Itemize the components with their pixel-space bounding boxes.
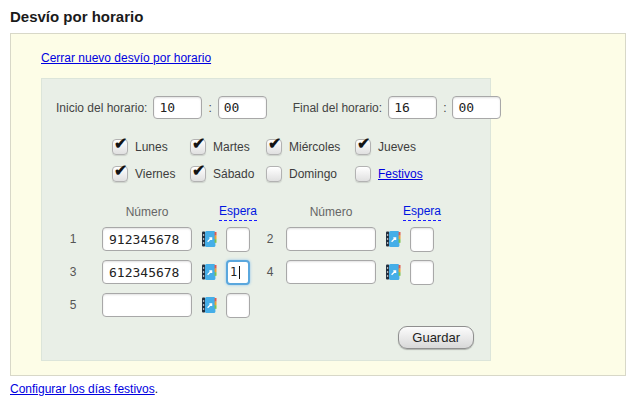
espera-box-4: [410, 260, 434, 285]
row-index: 1: [56, 232, 90, 246]
espera-input-1[interactable]: [226, 227, 250, 252]
day-cell-festivos: Festivos: [355, 166, 423, 182]
address-book-glyph: [386, 264, 401, 280]
numbers-section: Número Espera Número Espera 1: [56, 205, 434, 326]
day-label: Viernes: [135, 167, 175, 181]
espera-box-2: [410, 227, 434, 252]
espera-input-2[interactable]: [410, 227, 434, 252]
phonebook-icon[interactable]: [202, 297, 217, 313]
number-input-5[interactable]: [102, 293, 192, 317]
page-title: Desvío por horario: [10, 8, 143, 25]
row-index: 3: [56, 265, 90, 279]
configure-holidays-link[interactable]: Configurar los días festivos: [10, 382, 155, 396]
espera-header-link[interactable]: Espera: [403, 204, 441, 221]
espera-box-3: [226, 260, 250, 285]
day-label: Domingo: [289, 167, 337, 181]
checkbox-jueves[interactable]: [355, 139, 371, 155]
day-cell-lunes: Lunes: [112, 139, 190, 155]
phonebook-icon[interactable]: [386, 231, 401, 247]
day-cell-miercoles: Miércoles: [266, 139, 355, 155]
number-row-3-4: 3 4: [56, 260, 434, 284]
time-range-row: Inicio del horario: : Final del horario:…: [56, 96, 501, 119]
number-input-4[interactable]: [286, 260, 376, 284]
day-cell-viernes: Viernes: [112, 166, 190, 182]
start-time-label: Inicio del horario:: [56, 101, 147, 115]
address-book-glyph: [202, 231, 217, 247]
day-label: Miércoles: [289, 140, 340, 154]
espera-header-link[interactable]: Espera: [219, 204, 257, 221]
address-book-glyph: [202, 264, 217, 280]
numero-header: Número: [286, 205, 376, 219]
day-cell-jueves: Jueves: [355, 139, 423, 155]
row-index: 2: [256, 232, 284, 246]
time-separator: :: [208, 101, 211, 115]
checkbox-sabado[interactable]: [190, 166, 206, 182]
checkbox-martes[interactable]: [190, 139, 206, 155]
save-button[interactable]: Guardar: [398, 326, 474, 349]
festivos-link[interactable]: Festivos: [378, 167, 423, 181]
day-label: Sábado: [213, 167, 254, 181]
day-label: Martes: [213, 140, 250, 154]
time-separator: :: [443, 101, 446, 115]
checkbox-miercoles[interactable]: [266, 139, 282, 155]
close-forwarding-link[interactable]: Cerrar nuevo desvío por horario: [41, 51, 211, 65]
checkbox-domingo[interactable]: [266, 166, 282, 182]
end-time-label: Final del horario:: [293, 101, 382, 115]
address-book-glyph: [386, 231, 401, 247]
number-input-2[interactable]: [286, 227, 376, 251]
numero-header: Número: [102, 205, 192, 219]
schedule-form-panel: Inicio del horario: : Final del horario:…: [41, 78, 491, 361]
day-cell-sabado: Sábado: [190, 166, 266, 182]
phonebook-icon[interactable]: [386, 264, 401, 280]
address-book-glyph: [202, 297, 217, 313]
espera-input-4[interactable]: [410, 260, 434, 285]
espera-input-3[interactable]: [226, 260, 250, 285]
espera-box-5: [226, 293, 250, 318]
day-cell-domingo: Domingo: [266, 166, 355, 182]
number-row-1-2: 1 2: [56, 227, 434, 251]
number-input-1[interactable]: [102, 227, 192, 251]
end-minute-input[interactable]: [452, 96, 501, 119]
row-index: 5: [56, 298, 90, 312]
row-index: 4: [256, 265, 284, 279]
checkbox-viernes[interactable]: [112, 166, 128, 182]
footer: Configurar los días festivos.: [10, 382, 158, 396]
phonebook-icon[interactable]: [202, 231, 217, 247]
numbers-header-row: Número Espera Número Espera: [56, 205, 434, 219]
day-label: Jueves: [378, 140, 416, 154]
phonebook-icon[interactable]: [202, 264, 217, 280]
checkbox-festivos[interactable]: [355, 166, 371, 182]
espera-box-1: [226, 227, 250, 252]
day-label: Lunes: [135, 140, 168, 154]
footer-suffix: .: [155, 382, 158, 396]
number-row-5: 5: [56, 293, 434, 317]
start-hour-input[interactable]: [153, 96, 202, 119]
forwarding-panel: Cerrar nuevo desvío por horario Inicio d…: [10, 33, 626, 376]
espera-input-5[interactable]: [226, 293, 250, 318]
number-input-3[interactable]: [102, 260, 192, 284]
end-hour-input[interactable]: [388, 96, 437, 119]
day-cell-martes: Martes: [190, 139, 266, 155]
weekday-grid: Lunes Martes Miércoles Jueves Viernes Sá…: [112, 139, 423, 182]
checkbox-lunes[interactable]: [112, 139, 128, 155]
start-minute-input[interactable]: [218, 96, 267, 119]
